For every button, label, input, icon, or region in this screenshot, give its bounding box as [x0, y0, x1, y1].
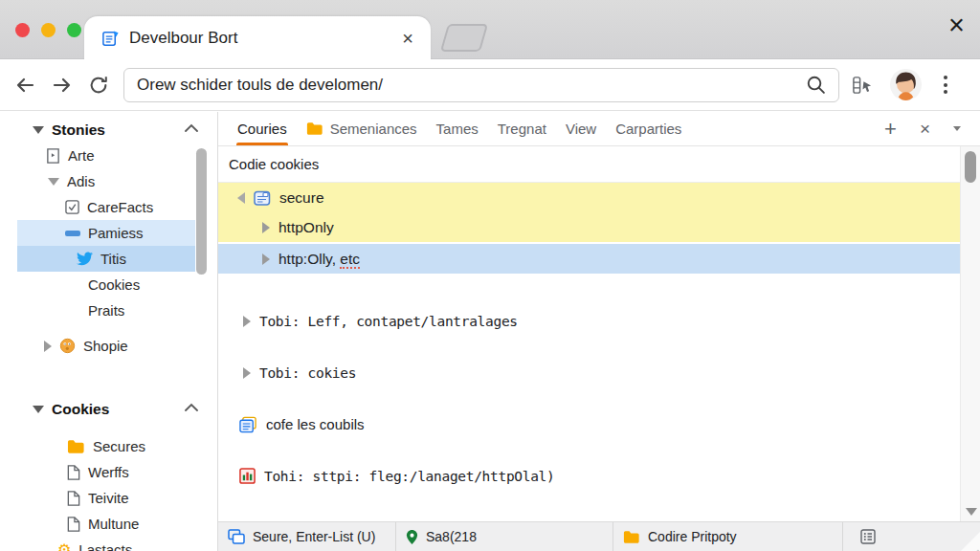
panel-header: Codie cookies	[218, 146, 980, 183]
spellcheck-underline: etc	[340, 251, 360, 269]
list-row-cofe[interactable]: cofe les coubils	[218, 411, 960, 437]
sidebar-item-label: Adis	[67, 173, 95, 189]
sidebar-item-label: Cookies	[88, 276, 140, 293]
checkbox-icon	[65, 200, 79, 214]
tab-couries[interactable]: Couries	[228, 112, 297, 145]
search-icon[interactable]	[806, 75, 826, 95]
file-icon	[67, 491, 80, 506]
statusbar-network[interactable]: Seure, Enter-List (U)	[218, 522, 395, 551]
caret-down-icon[interactable]	[48, 178, 59, 186]
documents-icon	[239, 416, 257, 433]
sidebar-item-teivite[interactable]: Teivite	[0, 485, 217, 511]
tab-semeniances[interactable]: Semeniances	[297, 112, 427, 145]
sidebar-item-adis[interactable]: Adis	[0, 168, 217, 194]
caret-left-icon[interactable]	[237, 192, 245, 204]
sidebar-item-label: Multune	[88, 516, 139, 532]
folder-icon	[67, 439, 85, 454]
list-row-label: Tohi: sttpi: fleg:/lanaget/httpOlal)	[264, 469, 554, 484]
sidebar-item-werffs[interactable]: Werffs	[0, 459, 217, 485]
toolbar-actions	[852, 69, 951, 100]
caret-right-icon[interactable]	[262, 222, 270, 233]
panel-title: Codie cookies	[229, 156, 319, 172]
devtools-tabbar: Couries Semeniances Tames Tregnat View	[218, 112, 980, 146]
content-scrollbar[interactable]	[960, 146, 980, 521]
traffic-lights	[15, 23, 81, 37]
reading-list-icon[interactable]	[852, 76, 872, 95]
list-row-tobi-leff[interactable]: Tobi: Leff, contapet/lantralages	[218, 308, 960, 334]
address-bar-text: Orew schider touls de develomen/	[137, 76, 806, 95]
tab-tregnat[interactable]: Tregnat	[488, 112, 556, 145]
sidebar-item-pamiess[interactable]: Pamiess	[17, 220, 195, 246]
sidebar-section-stonies[interactable]: Stonies	[0, 117, 217, 143]
sidebar-item-arte[interactable]: Arte	[0, 143, 217, 168]
sidebar-section-cookies[interactable]: Cookies	[0, 396, 217, 422]
statusbar-project[interactable]: Codire Pritpoty	[612, 522, 842, 551]
sidebar-item-cookies[interactable]: Cookies	[0, 272, 217, 298]
caret-down-icon[interactable]	[33, 126, 44, 134]
close-window-icon[interactable]	[15, 23, 30, 37]
sidebar-item-carefacts[interactable]: CareFacts	[0, 194, 217, 220]
sidebar-item-label: Shopie	[83, 338, 128, 354]
sidebar-item-multune[interactable]: Multune	[0, 511, 217, 537]
sidebar-item-praits[interactable]: Praits	[0, 298, 217, 323]
browser-menu-button[interactable]	[940, 72, 951, 98]
tree-row-httpolly[interactable]: http:Olly, etc	[218, 244, 960, 274]
sidebar-item-secures[interactable]: Secures	[0, 433, 217, 459]
back-button[interactable]	[13, 74, 36, 97]
address-bar[interactable]: Orew schider touls de develomen/	[123, 68, 839, 102]
more-options-caret-icon[interactable]	[953, 126, 961, 131]
add-tab-button[interactable]: +	[884, 119, 897, 140]
caret-right-icon[interactable]	[243, 367, 251, 379]
cookie-file-icon	[254, 189, 271, 207]
collapse-section-icon[interactable]	[185, 123, 198, 132]
tab-label: Tregnat	[498, 121, 546, 137]
profile-avatar[interactable]	[890, 69, 922, 100]
tab-favicon-icon	[101, 30, 120, 48]
tab-title: Develbour Bort	[129, 29, 389, 48]
scroll-down-arrow-icon[interactable]	[966, 508, 977, 516]
forward-button[interactable]	[51, 74, 74, 97]
caret-right-icon[interactable]	[44, 341, 52, 352]
statusbar-label: Codire Pritpoty	[648, 529, 737, 544]
browser-tab[interactable]: Develbour Bort ×	[84, 16, 431, 60]
devtools-sidebar: Stonies Arte Adis	[0, 112, 218, 551]
sidebar-item-label: Titis	[100, 251, 126, 267]
caret-right-icon[interactable]	[262, 253, 270, 265]
tab-close-button[interactable]: ×	[398, 28, 417, 50]
scrollbar-thumb[interactable]	[965, 151, 976, 183]
minimize-window-icon[interactable]	[41, 23, 56, 37]
collapse-section-icon[interactable]	[185, 403, 198, 411]
list-row-tohi[interactable]: Tohi: sttpi: fleg:/lanaget/httpOlal)	[218, 463, 960, 489]
sidebar-item-titis[interactable]: Titis	[17, 246, 195, 272]
list-row-tobi-cokies[interactable]: Tobi: cokies	[218, 360, 960, 386]
folder-icon	[306, 121, 323, 136]
refresh-button[interactable]	[88, 75, 109, 96]
folder-icon	[623, 530, 640, 544]
devtools-panel: Stonies Arte Adis	[0, 112, 980, 551]
tab-label: Couries	[237, 121, 287, 137]
zoom-window-icon[interactable]	[67, 23, 81, 37]
list-row-label: Tobi: cokies	[259, 365, 356, 381]
tree-row-httponly[interactable]: httpOnly	[218, 212, 960, 242]
sidebar-scrollbar-thumb[interactable]	[196, 148, 207, 275]
window-close-button[interactable]: ×	[943, 10, 970, 41]
tab-carparties[interactable]: Carparties	[606, 112, 691, 145]
sidebar-item-lastacts[interactable]: ⚙ Lastacts	[0, 537, 217, 551]
statusbar-location[interactable]: Sa8(218	[395, 522, 612, 551]
sidebar-item-shopie[interactable]: Shopie	[0, 333, 217, 359]
map-pin-icon	[406, 529, 418, 545]
list-row-label: cofe les coubils	[266, 416, 365, 432]
tab-tames[interactable]: Tames	[427, 112, 488, 145]
tree-row-secure[interactable]: secure	[218, 183, 960, 212]
twitter-bird-icon	[77, 252, 93, 266]
caret-down-icon[interactable]	[33, 406, 44, 413]
tab-view[interactable]: View	[556, 112, 606, 145]
caret-right-icon[interactable]	[243, 316, 251, 327]
window-resize-handle[interactable]	[961, 532, 980, 551]
screens-icon	[228, 529, 245, 544]
devtools-main: Couries Semeniances Tames Tregnat View	[218, 112, 980, 551]
sidebar-section-title: Stonies	[52, 121, 105, 139]
close-devtools-button[interactable]: ×	[920, 120, 930, 138]
new-tab-button[interactable]	[440, 24, 488, 52]
statusbar-grid-button[interactable]	[842, 522, 980, 551]
